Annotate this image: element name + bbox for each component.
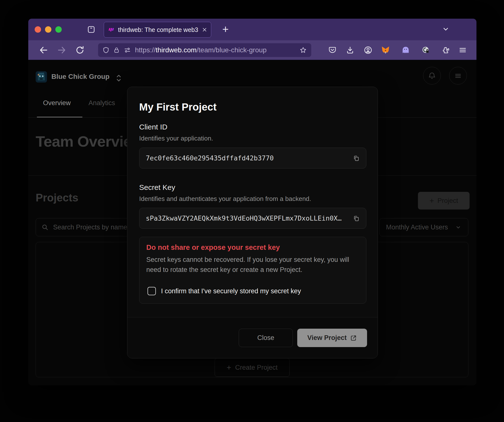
tab-close-icon[interactable] <box>202 27 207 32</box>
secret-key-warning-card: Do not share or expose your secret key S… <box>139 237 366 304</box>
sort-select-value: Monthly Active Users <box>386 224 448 231</box>
create-project-button[interactable]: + Create Project <box>215 358 290 377</box>
notifications-bell-button[interactable] <box>423 67 441 84</box>
team-switcher-chevrons-icon[interactable] <box>115 74 123 83</box>
downloads-icon[interactable] <box>345 45 355 55</box>
close-button-label: Close <box>257 334 274 342</box>
url-path: /team/blue-chick-group <box>197 46 267 54</box>
permissions-icon[interactable] <box>124 46 131 54</box>
window-close-button[interactable] <box>35 26 41 33</box>
privacy-lock-icon[interactable] <box>421 45 430 55</box>
client-id-field[interactable]: 7ec0fe63c460e295435dffafd42b3770 <box>139 148 366 169</box>
client-id-value: 7ec0fe63c460e295435dffafd42b3770 <box>146 154 353 162</box>
sort-select[interactable]: Monthly Active Users <box>379 218 468 236</box>
close-button[interactable]: Close <box>239 329 293 347</box>
browser-toolbar: https://thirdweb.com/team/blue-chick-gro… <box>28 40 476 60</box>
search-icon <box>41 224 49 231</box>
account-icon[interactable] <box>363 45 373 55</box>
tab-title: thirdweb: The complete web3 de <box>118 26 199 33</box>
plus-icon: + <box>227 363 231 372</box>
browser-tab-bar: thirdweb: The complete web3 de + <box>28 19 476 40</box>
chevron-down-icon <box>455 224 462 231</box>
team-avatar[interactable] <box>36 71 47 83</box>
secret-key-label: Secret Key <box>139 183 175 192</box>
tab-analytics[interactable]: Analytics <box>89 99 115 107</box>
new-project-label: Project <box>437 197 458 205</box>
create-project-label: Create Project <box>235 364 278 371</box>
copy-client-id-icon[interactable] <box>353 155 360 162</box>
tab-overview[interactable]: Overview <box>43 99 71 107</box>
secret-key-description: Identifies and authenticates your applic… <box>139 195 311 203</box>
pocket-icon[interactable] <box>328 45 337 55</box>
projects-heading: Projects <box>36 192 78 204</box>
forward-icon[interactable] <box>57 45 67 55</box>
project-details-dialog: My First Project Client ID Identifies yo… <box>127 87 378 358</box>
window-zoom-button[interactable] <box>55 26 62 33</box>
desktop-background: thirdweb: The complete web3 de + <box>0 0 504 422</box>
address-bar[interactable]: https://thirdweb.com/team/blue-chick-gro… <box>98 43 311 57</box>
secret-key-field[interactable]: sPa3ZkwaVZY2AEQkXmk9t3VdEoHQ3wXEPFLmx7Dx… <box>139 208 366 229</box>
connection-lock-icon[interactable] <box>113 47 120 53</box>
phantom-icon[interactable] <box>401 45 410 55</box>
thirdweb-dashboard-page: Blue Chick Group Overview Analytics <box>28 60 476 385</box>
extensions-puzzle-icon[interactable] <box>441 45 451 55</box>
url-domain: thirdweb.com <box>156 46 197 54</box>
client-id-label: Client ID <box>139 123 167 131</box>
firefox-view-icon[interactable] <box>87 25 96 34</box>
team-name[interactable]: Blue Chick Group <box>51 73 109 81</box>
url-text: https://thirdweb.com/team/blue-chick-gro… <box>135 46 267 54</box>
metamask-icon[interactable] <box>381 45 390 55</box>
list-tabs-chevron-icon[interactable] <box>441 25 450 33</box>
browser-tab[interactable]: thirdweb: The complete web3 de <box>104 22 211 38</box>
reload-icon[interactable] <box>75 45 85 55</box>
new-project-button[interactable]: + Project <box>418 192 470 210</box>
warning-title: Do not share or expose your secret key <box>146 243 280 252</box>
dashboard-menu-button[interactable] <box>449 67 467 84</box>
plus-icon: + <box>430 196 434 205</box>
confirm-checkbox-label[interactable]: I confirm that I've securely stored my s… <box>161 287 301 295</box>
dialog-title: My First Project <box>139 101 217 113</box>
secret-key-value: sPa3ZkwaVZY2AEQkXmk9t3VdEoHQ3wXEPFLmx7Dx… <box>146 214 353 222</box>
client-id-description: Identifies your application. <box>139 135 213 142</box>
dialog-footer: Close View Project <box>127 317 378 358</box>
menu-hamburger-icon[interactable] <box>458 45 467 55</box>
back-icon[interactable] <box>39 45 48 55</box>
copy-secret-key-icon[interactable] <box>353 215 360 222</box>
confirm-checkbox[interactable] <box>148 287 156 295</box>
new-tab-button[interactable]: + <box>219 22 232 36</box>
view-project-label: View Project <box>307 334 347 342</box>
warning-body: Secret keys cannot be recovered. If you … <box>146 255 353 275</box>
external-link-icon <box>350 335 357 341</box>
url-scheme: https:// <box>135 46 156 54</box>
browser-window: thirdweb: The complete web3 de + <box>28 19 476 385</box>
thirdweb-favicon-icon <box>108 26 115 33</box>
tracking-protection-shield-icon[interactable] <box>103 47 109 54</box>
window-minimize-button[interactable] <box>45 26 51 33</box>
bookmark-star-icon[interactable] <box>299 46 307 54</box>
view-project-button[interactable]: View Project <box>297 329 367 347</box>
